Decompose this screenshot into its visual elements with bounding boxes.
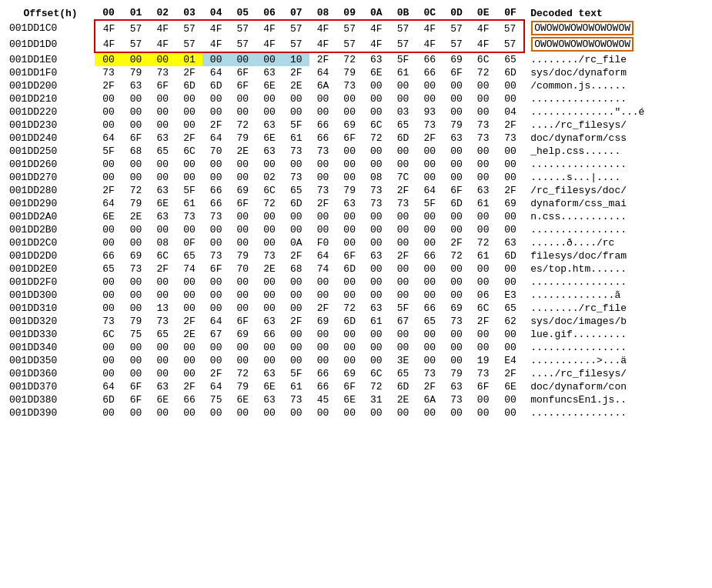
decoded-cell: /common.js...... <box>524 79 706 92</box>
hex-byte: 63 <box>256 145 283 158</box>
hex-byte: 00 <box>336 158 363 171</box>
hex-byte: 57 <box>176 36 203 52</box>
decoded-cell: /rc_filesys/doc/ <box>524 184 706 197</box>
hex-byte: 6C <box>149 249 176 262</box>
hex-byte: 2E <box>229 145 256 158</box>
table-row: 001DD1C04F574F574F574F574F574F574F574F57… <box>6 20 706 36</box>
decoded-cell: ................ <box>524 406 706 419</box>
hex-byte: 73 <box>496 132 524 145</box>
hex-byte: 00 <box>496 406 524 419</box>
hex-byte: 00 <box>122 105 149 119</box>
hex-byte: 69 <box>122 249 149 262</box>
table-row: 001DD370646F632F64796E61666F726D2F636F6E… <box>6 380 706 393</box>
hex-byte: 72 <box>229 119 256 132</box>
hex-byte: 73 <box>282 145 309 158</box>
hex-byte: 00 <box>256 52 283 66</box>
hex-byte: 00 <box>470 393 496 406</box>
hex-byte: 00 <box>443 158 470 171</box>
hex-byte: 69 <box>443 302 470 315</box>
decoded-cell: dynaform/css_mai <box>524 197 706 210</box>
hex-byte: 00 <box>95 354 122 367</box>
hex-byte: 5F <box>282 367 309 380</box>
hex-byte: 2F <box>202 367 229 380</box>
hex-byte: 57 <box>282 20 309 36</box>
hex-byte: 00 <box>122 289 149 302</box>
hex-byte: 00 <box>470 341 496 354</box>
hex-byte: 6C <box>363 119 390 132</box>
hex-byte: 00 <box>229 236 256 249</box>
decoded-cell: ......ð..../rc <box>524 236 706 249</box>
offset-cell: 001DD260 <box>6 158 95 171</box>
hex-byte: 2F <box>176 66 203 79</box>
hex-byte: 6E <box>149 197 176 210</box>
hex-byte: 2F <box>389 249 416 262</box>
hex-byte: 00 <box>416 328 443 341</box>
hex-byte: 00 <box>416 171 443 184</box>
hex-byte: 00 <box>336 341 363 354</box>
hex-byte: 04 <box>496 105 524 119</box>
hex-byte: 4F <box>470 20 496 36</box>
hex-byte: 4F <box>202 20 229 36</box>
hex-byte: 00 <box>389 341 416 354</box>
hex-byte: 2F <box>309 197 336 210</box>
hex-byte: 00 <box>336 328 363 341</box>
hex-byte: 93 <box>416 105 443 119</box>
hex-byte: 5F <box>282 119 309 132</box>
hex-byte: 00 <box>122 223 149 236</box>
hex-byte: 00 <box>416 341 443 354</box>
hex-byte: 61 <box>470 249 496 262</box>
hex-byte: 10 <box>282 52 309 66</box>
hex-byte: 57 <box>443 36 470 52</box>
hex-byte: 00 <box>416 262 443 276</box>
hex-byte: 00 <box>95 52 122 66</box>
hex-byte: 00 <box>95 92 122 105</box>
hex-byte: 00 <box>95 223 122 236</box>
decoded-cell: ......s...|.... <box>524 171 706 184</box>
hex-byte: 00 <box>229 52 256 66</box>
table-row: 001DD2F000000000000000000000000000000000… <box>6 276 706 289</box>
offset-cell: 001DD320 <box>6 315 95 328</box>
hex-byte: 00 <box>470 276 496 289</box>
hex-byte: 4F <box>149 36 176 52</box>
hex-byte: 5F <box>389 52 416 66</box>
hex-byte: 00 <box>496 276 524 289</box>
hex-byte: 00 <box>309 92 336 105</box>
hex-byte: 73 <box>256 249 283 262</box>
hex-byte: 6D <box>389 132 416 145</box>
hex-byte: 00 <box>416 145 443 158</box>
offset-cell: 001DD280 <box>6 184 95 197</box>
hex-byte: 61 <box>363 315 390 328</box>
hex-byte: 02 <box>256 171 283 184</box>
hex-byte: 61 <box>282 380 309 393</box>
hex-dump-table: Offset(h) 00 01 02 03 04 05 06 07 08 09 … <box>6 6 706 419</box>
hex-byte: 00 <box>95 105 122 119</box>
hex-byte: 4F <box>470 36 496 52</box>
hex-byte: 00 <box>416 223 443 236</box>
hex-byte: 08 <box>149 236 176 249</box>
hex-byte: 72 <box>336 302 363 315</box>
col-header-06: 06 <box>256 6 283 20</box>
offset-cell: 001DD350 <box>6 354 95 367</box>
hex-byte: 2E <box>256 262 283 276</box>
hex-byte: 73 <box>202 249 229 262</box>
hex-byte: 00 <box>149 406 176 419</box>
hex-byte: 79 <box>336 184 363 197</box>
hex-byte: 72 <box>443 249 470 262</box>
hex-byte: 69 <box>336 119 363 132</box>
hex-byte: 00 <box>282 341 309 354</box>
hex-byte: 00 <box>309 158 336 171</box>
hex-byte: 2F <box>282 315 309 328</box>
table-row: 001DD1D04F574F574F574F574F574F574F574F57… <box>6 36 706 52</box>
hex-byte: 0F <box>176 236 203 249</box>
hex-byte: 73 <box>389 197 416 210</box>
hex-byte: 00 <box>363 289 390 302</box>
hex-byte: 00 <box>256 406 283 419</box>
hex-byte: 57 <box>122 36 149 52</box>
hex-byte: 00 <box>363 105 390 119</box>
hex-byte: 01 <box>176 52 203 66</box>
hex-byte: 00 <box>470 262 496 276</box>
hex-byte: 00 <box>443 79 470 92</box>
hex-byte: 00 <box>229 276 256 289</box>
hex-byte: 6D <box>336 262 363 276</box>
hex-byte: 00 <box>363 210 390 223</box>
